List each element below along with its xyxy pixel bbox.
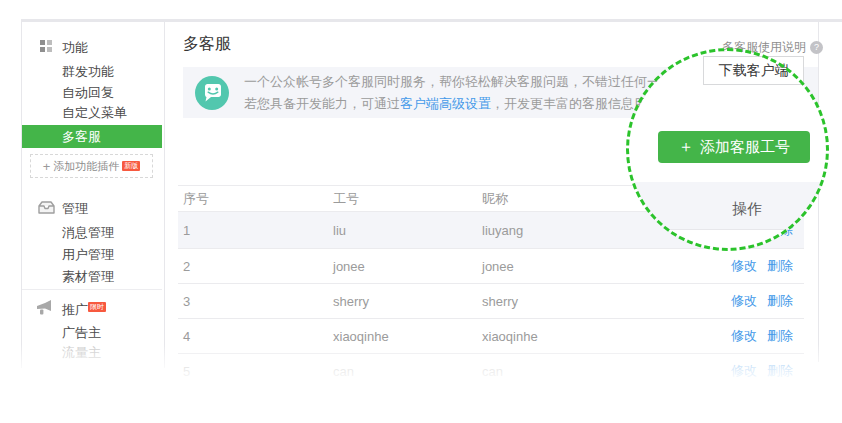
- delete-link[interactable]: 删除: [767, 257, 793, 275]
- add-cs-account-label: 添加客服工号: [700, 138, 790, 157]
- table-row: 4 xiaoqinhe xiaoqinhe 修改 删除: [178, 319, 804, 354]
- notice-line1: 一个公众帐号多个客服同时服务，帮你轻松解决客服问题，不错过任何一个订单；: [244, 73, 712, 91]
- question-icon[interactable]: ?: [810, 41, 823, 54]
- add-plugin-label: 添加功能插件: [53, 159, 119, 174]
- limited-badge: 限时: [88, 302, 106, 312]
- plus-icon: +: [43, 159, 51, 174]
- cell-nickname: liuyang: [482, 223, 674, 238]
- notice-line2: 若您具备开发能力，可通过客户端高级设置，开发更丰富的客服信息服务功能；: [244, 95, 699, 113]
- cell-index: 3: [178, 294, 333, 309]
- sidebar-item-auto-reply[interactable]: 自动回复: [62, 84, 114, 102]
- cell-index: 2: [178, 259, 333, 274]
- sidebar-item-advertiser[interactable]: 广告主: [62, 324, 101, 342]
- chat-smiley-icon: [195, 76, 229, 110]
- cell-index: 5: [178, 364, 333, 379]
- cell-account: jonee: [333, 259, 482, 274]
- sidebar-divider: [22, 289, 162, 290]
- notice-line2-prefix: 若您具备开发能力，可通过: [244, 96, 400, 111]
- sidebar-item-traffic-owner[interactable]: 流量主: [62, 344, 101, 362]
- add-plugin-button[interactable]: + 添加功能插件 新版: [30, 154, 153, 178]
- cell-account: sherry: [333, 294, 482, 309]
- cell-nickname: jonee: [482, 259, 674, 274]
- client-advanced-settings-link[interactable]: 客户端高级设置: [400, 96, 491, 111]
- cell-account: can: [333, 364, 482, 379]
- table-row: 5 can can 修改 删除: [178, 354, 804, 389]
- sidebar-item-functions[interactable]: 功能: [62, 39, 88, 57]
- grid-icon: [40, 40, 52, 52]
- delete-link[interactable]: 删除: [767, 362, 793, 380]
- sidebar-item-material-mgmt[interactable]: 素材管理: [62, 268, 114, 286]
- sidebar-item-management[interactable]: 管理: [62, 200, 88, 218]
- cell-nickname: sherry: [482, 294, 674, 309]
- multi-customer-service-page: 功能 群发功能 自动回复 自定义菜单 多客服 + 添加功能插件 新版 管理 消息…: [0, 0, 842, 423]
- edit-link[interactable]: 修改: [731, 327, 757, 345]
- sidebar-item-message-mgmt[interactable]: 消息管理: [62, 224, 114, 242]
- cell-nickname: can: [482, 364, 674, 379]
- edit-link[interactable]: 修改: [731, 292, 757, 310]
- sidebar-item-multi-cs-selected[interactable]: 多客服: [22, 125, 162, 148]
- add-cs-account-button[interactable]: ＋ 添加客服工号: [658, 131, 810, 163]
- cell-nickname: xiaoqinhe: [482, 329, 674, 344]
- cell-account: xiaoqinhe: [333, 329, 482, 344]
- edit-link[interactable]: 修改: [731, 362, 757, 380]
- header-account: 工号: [333, 190, 482, 208]
- annotation-operation-label: 操作: [732, 200, 762, 219]
- cell-index: 1: [178, 223, 333, 238]
- plus-icon: ＋: [678, 139, 694, 155]
- inbox-icon: [38, 201, 55, 214]
- table-row: 2 jonee jonee 修改 删除: [178, 249, 804, 284]
- cell-account: liu: [333, 223, 482, 238]
- sidebar-item-custom-menu[interactable]: 自定义菜单: [62, 104, 127, 122]
- delete-link[interactable]: 删除: [767, 327, 793, 345]
- delete-link[interactable]: 删除: [767, 292, 793, 310]
- table-row: 3 sherry sherry 修改 删除: [178, 284, 804, 319]
- header-index: 序号: [178, 190, 333, 208]
- megaphone-icon: [36, 300, 55, 315]
- sidebar-item-promotion[interactable]: 推广: [62, 301, 88, 319]
- download-client-button[interactable]: 下载客户端: [703, 56, 804, 85]
- cell-index: 4: [178, 329, 333, 344]
- edit-link[interactable]: 修改: [731, 257, 757, 275]
- sidebar-item-broadcast[interactable]: 群发功能: [62, 63, 114, 81]
- sidebar-item-user-mgmt[interactable]: 用户管理: [62, 246, 114, 264]
- page-title: 多客服: [183, 34, 231, 55]
- new-badge: 新版: [122, 161, 140, 171]
